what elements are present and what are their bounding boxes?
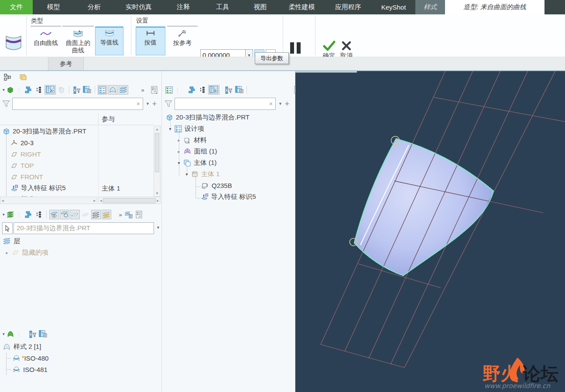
layer-show-button[interactable] <box>49 210 59 219</box>
layer-root-row[interactable]: 层 <box>3 235 20 247</box>
layer-unselect-button[interactable] <box>70 210 80 219</box>
toolbar-overflow-button[interactable]: » <box>140 87 145 93</box>
tree-vertical-scrollbar[interactable]: ▴ ▾ <box>154 126 161 197</box>
collapse-caret[interactable]: ▾ <box>184 172 189 177</box>
hidden-items-row[interactable]: ▸ 隐藏的项 <box>4 247 48 258</box>
tree-row-materials[interactable]: ▸ 材料 <box>176 134 207 146</box>
collapse-caret[interactable]: ▾ <box>168 126 173 131</box>
by-reference-button[interactable]: 按参考 <box>167 27 198 55</box>
tree-horizontal-scrollbar[interactable]: ◂ ▸ <box>0 197 97 204</box>
tab-applications[interactable]: 应用程序 <box>325 0 372 14</box>
scroll-thumb[interactable] <box>103 198 156 203</box>
clear-search-icon[interactable]: × <box>269 100 273 107</box>
tree-settings-button[interactable] <box>150 85 159 95</box>
scroll-right-arrow[interactable]: ▸ <box>157 198 159 203</box>
show-features-toggle[interactable] <box>98 85 107 95</box>
tab-live-sim[interactable]: 实时仿真 <box>114 0 163 14</box>
selector-dropdown-button[interactable]: ▼ <box>156 225 160 230</box>
model-tree-search-input[interactable]: × <box>12 98 143 110</box>
tree-column-settings-button[interactable] <box>82 85 92 95</box>
scroll-left-arrow[interactable]: ◂ <box>2 198 4 203</box>
collapse-caret[interactable]: ▾ <box>176 160 181 165</box>
expand-caret[interactable]: ▸ <box>4 250 10 255</box>
design-tree-search-input[interactable]: × <box>175 98 276 110</box>
tab-annotate[interactable]: 注释 <box>163 0 203 14</box>
references-tab[interactable]: 参考 <box>48 57 84 71</box>
style-column-settings-button[interactable] <box>38 329 48 339</box>
search-dropdown-button[interactable]: ▼ <box>278 102 282 106</box>
folder-browser-tab-button[interactable] <box>18 72 28 82</box>
tree-row-csys[interactable]: 20-3 <box>10 137 34 148</box>
search-dropdown-button[interactable]: ▼ <box>146 102 150 106</box>
select-working-part-button[interactable] <box>2 222 13 234</box>
tree-column-settings-button[interactable] <box>234 85 244 95</box>
column-header-participate[interactable]: 参与 <box>102 115 115 123</box>
collapse-all-button[interactable] <box>34 85 44 95</box>
tab-file[interactable]: 文件 <box>0 0 33 14</box>
tree-filter-button[interactable] <box>72 85 82 95</box>
show-quilts-toggle[interactable] <box>108 85 118 95</box>
tree-filter-button[interactable] <box>224 85 233 95</box>
toolbar-overflow-button[interactable]: » <box>118 211 123 218</box>
tree-row-plane-front[interactable]: FRONT <box>10 171 43 182</box>
tree-row-plane-right[interactable]: RIGHT <box>10 148 41 160</box>
layer-plain-button[interactable] <box>91 210 101 219</box>
isoline-button[interactable]: 等值线 <box>95 27 123 55</box>
layer-settings-button[interactable] <box>134 210 144 219</box>
model-tree-tab-button[interactable] <box>3 72 12 82</box>
scroll-thumb[interactable] <box>155 133 159 172</box>
tree-options-dropdown[interactable]: ▾ <box>3 88 5 92</box>
tab-keyshot[interactable]: KeyShot <box>372 0 415 14</box>
scroll-right-arrow[interactable]: ▸ <box>93 198 96 203</box>
tree-row-bodies[interactable]: ▾ 主体 (1) <box>176 157 217 168</box>
layer-tree-list-button[interactable] <box>124 210 134 219</box>
column-horizontal-scrollbar[interactable]: ◂ ▸ <box>98 197 161 204</box>
tree-columns-button[interactable] <box>208 85 219 95</box>
tab-view[interactable]: 视图 <box>242 0 279 14</box>
layer-options-dropdown[interactable]: ▾ <box>3 212 5 217</box>
tree-row-material-q235b[interactable]: Q235B <box>201 180 232 191</box>
clear-search-icon[interactable]: × <box>137 100 140 107</box>
scroll-down-arrow[interactable]: ▾ <box>154 191 160 195</box>
graphics-viewport[interactable]: 野火 论坛 www.proewildfire.cn <box>295 71 565 392</box>
expand-caret[interactable]: ▸ <box>176 149 181 154</box>
layers-mode-button[interactable] <box>6 210 15 219</box>
curve-on-surface-button[interactable]: 曲面上的 曲线 <box>62 27 94 55</box>
tab-analysis[interactable]: 分析 <box>74 0 114 14</box>
tree-row-quilts[interactable]: ▸ 面组 (1) <box>176 146 217 157</box>
tab-flex-model[interactable]: 柔性建模 <box>279 0 325 14</box>
tab-styling-curve-from-surface[interactable]: 造型: 来自曲面的曲线 <box>445 0 544 14</box>
style-options-dropdown[interactable]: ▾ <box>3 332 5 336</box>
collapse-all-button[interactable] <box>34 210 44 219</box>
add-filter-button[interactable]: + <box>285 99 289 108</box>
expand-all-button[interactable] <box>24 85 33 95</box>
part-filter-button[interactable] <box>6 85 15 95</box>
expand-all-button[interactable] <box>24 210 33 219</box>
tree-row-plane-top[interactable]: TOP <box>10 160 34 171</box>
tree-row-import-feature[interactable]: 导入特征 标识5 <box>201 191 256 202</box>
layer-item-button[interactable] <box>60 210 69 219</box>
by-value-button[interactable]: 按值 <box>136 27 165 55</box>
tree-row-body-1[interactable]: ▾ 主体 1 <box>184 168 220 180</box>
tree-row-import-feature[interactable]: 导入特征 标识5 <box>10 182 66 194</box>
tree-row-part[interactable]: 20-3扫描与边界混合.PRT <box>166 112 250 123</box>
scroll-left-arrow[interactable]: ◂ <box>100 198 102 203</box>
pause-button[interactable] <box>290 42 304 55</box>
collapse-all-button[interactable] <box>198 85 207 95</box>
iso-curve-row-480[interactable]: * ISO-480 <box>12 352 48 364</box>
add-filter-button[interactable]: + <box>152 99 157 108</box>
tree-row-part[interactable]: 20-3扫描与边界混合.PRT <box>3 126 86 137</box>
style-root-row[interactable]: 样式 2 [1] <box>3 341 41 352</box>
design-items-button[interactable] <box>164 85 174 95</box>
expand-caret[interactable]: ▸ <box>176 138 181 143</box>
layer-yellow-button[interactable] <box>102 210 111 219</box>
layer-part-selector[interactable]: 20-3扫描与边界混合.PRT <box>14 222 154 234</box>
iso-curve-row-481[interactable]: ISO-481 <box>12 364 48 375</box>
tab-tools[interactable]: 工具 <box>203 0 242 14</box>
style-mode-button[interactable] <box>6 329 15 339</box>
tree-columns-button[interactable] <box>45 85 56 95</box>
tab-model[interactable]: 模型 <box>33 0 74 14</box>
expand-all-button[interactable] <box>187 85 197 95</box>
show-layers-toggle[interactable] <box>119 85 128 95</box>
style-filter-button[interactable] <box>28 329 38 339</box>
